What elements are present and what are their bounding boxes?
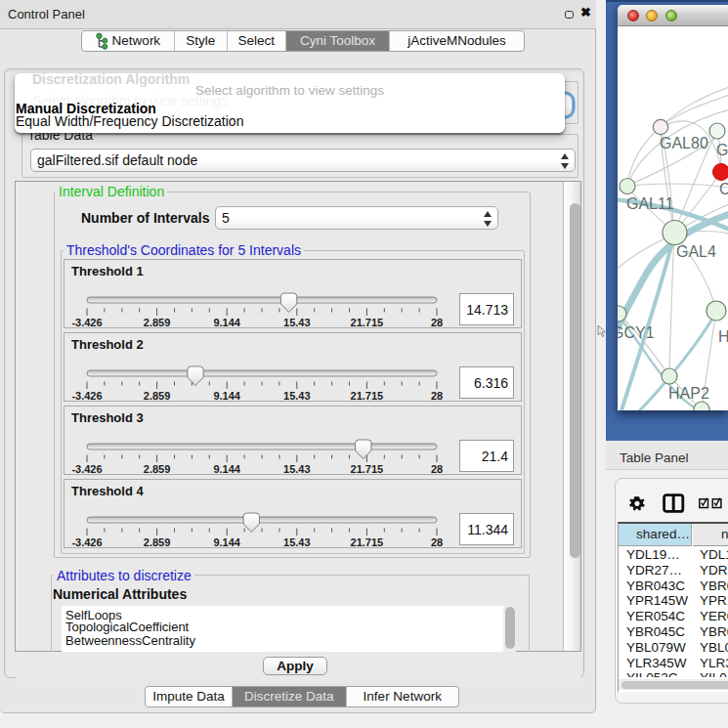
svg-text:GAL11: GAL11 (626, 195, 674, 212)
svg-text:28: 28 (431, 390, 443, 402)
svg-text:15.43: 15.43 (283, 536, 311, 548)
svg-text:9.144: 9.144 (213, 317, 240, 328)
svg-text:GCY1: GCY1 (618, 324, 655, 341)
svg-text:9.144: 9.144 (213, 390, 240, 402)
svg-text:-3.426: -3.426 (71, 463, 102, 475)
svg-text:2.859: 2.859 (144, 390, 171, 402)
svg-text:G.: G. (716, 142, 728, 158)
svg-text:C: C (719, 181, 728, 197)
svg-text:28: 28 (431, 317, 443, 328)
svg-text:HAP2: HAP2 (668, 385, 709, 402)
svg-text:21.715: 21.715 (351, 390, 384, 402)
svg-text:28: 28 (431, 463, 443, 475)
svg-text:9.144: 9.144 (213, 536, 240, 548)
svg-text:2.859: 2.859 (144, 463, 171, 475)
svg-text:-3.426: -3.426 (71, 536, 102, 548)
svg-text:15.43: 15.43 (283, 463, 311, 475)
svg-text:21.715: 21.715 (351, 463, 384, 475)
svg-text:GAL80: GAL80 (660, 135, 708, 151)
svg-text:15.43: 15.43 (283, 317, 311, 328)
svg-text:-3.426: -3.426 (71, 390, 102, 402)
svg-text:GAL4: GAL4 (676, 243, 716, 260)
svg-text:2.859: 2.859 (144, 317, 171, 328)
svg-text:9.144: 9.144 (213, 463, 240, 475)
svg-text:2.859: 2.859 (144, 536, 171, 548)
svg-text:21.715: 21.715 (351, 317, 384, 328)
svg-text:21.715: 21.715 (351, 536, 384, 548)
svg-text:-3.426: -3.426 (71, 317, 102, 328)
svg-text:15.43: 15.43 (283, 390, 311, 402)
svg-text:28: 28 (431, 536, 443, 548)
svg-text:H: H (718, 328, 728, 345)
